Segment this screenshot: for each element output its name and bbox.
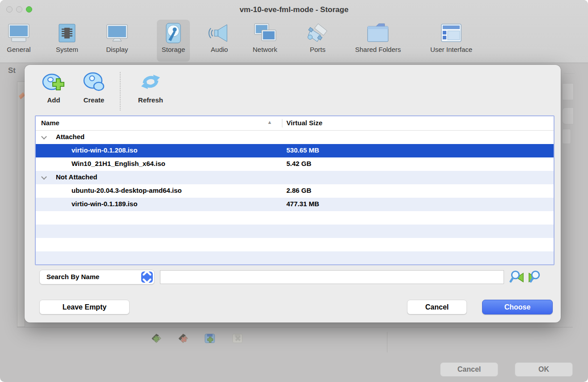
medium-virtual-size: 477.31 MB (286, 200, 319, 208)
sort-ascending-icon: ▲ (267, 119, 272, 125)
empty-row (36, 238, 554, 251)
toolbar-item-label: Network (252, 46, 277, 53)
toolbar-item-label: System (56, 46, 78, 53)
settings-cancel-button[interactable]: Cancel (440, 362, 498, 377)
divider (564, 73, 575, 74)
background-field-fragment (562, 107, 574, 124)
create-button[interactable]: Create (75, 71, 113, 110)
storage-icon (161, 22, 185, 44)
display-icon (105, 22, 129, 44)
column-header-virtual-size[interactable]: Virtual Size (286, 119, 323, 127)
settings-window: vm-10-eve-fml-mode - Storage GeneralSyst… (0, 0, 588, 382)
medium-virtual-size: 5.42 GB (286, 160, 311, 167)
media-row-ubuntu-20-04-3-desktop-amd64-iso[interactable]: ubuntu-20.04.3-desktop-amd64.iso2.86 GB (36, 184, 554, 198)
group-row-not-attached[interactable]: Not Attached (36, 171, 554, 184)
toolbar-item-network[interactable]: Network (248, 20, 281, 62)
toolbar-item-display[interactable]: Display (101, 20, 134, 62)
action-label: Create (84, 96, 105, 104)
settings-ok-button[interactable]: OK (515, 362, 573, 377)
group-label: Not Attached (56, 173, 97, 181)
media-row-virtio-win-0-1-189-iso[interactable]: virtio-win-0.1.189.iso477.31 MB (36, 198, 554, 211)
toolbar-item-label: Shared Folders (355, 46, 401, 53)
chevron-down-icon[interactable] (42, 175, 46, 179)
user-interface-icon (439, 22, 463, 44)
empty-row (36, 251, 554, 265)
group-row-attached[interactable]: Attached (36, 131, 554, 144)
toolbar-item-shared-folders[interactable]: Shared Folders (351, 20, 406, 62)
divider (387, 332, 387, 352)
toolbar-item-user-interface[interactable]: User Interface (426, 20, 477, 62)
media-table: Name ▲ Virtual Size Attachedvirtio-win-0… (35, 115, 554, 265)
search-next-button[interactable] (528, 270, 543, 284)
search-filter-label: Search By Name (46, 273, 99, 280)
storage-page-heading-fragment: St (8, 66, 16, 75)
add-attachment-icon (203, 332, 217, 345)
medium-name: virtio-win-0.1.208.iso (71, 146, 138, 154)
column-divider (282, 119, 282, 127)
media-row-virtio-win-0-1-208-iso[interactable]: virtio-win-0.1.208.iso530.65 MB (36, 144, 554, 157)
storage-tree-edge (17, 81, 25, 327)
toolbar-item-label: Storage (162, 46, 185, 53)
medium-name: ubuntu-20.04.3-desktop-amd64.iso (71, 187, 182, 194)
divider (17, 327, 573, 327)
remove-attachment-icon (231, 332, 244, 345)
ports-icon (306, 22, 330, 44)
system-icon (55, 22, 79, 44)
toolbar-separator (120, 72, 121, 110)
refresh-button[interactable]: Refresh (132, 71, 169, 110)
background-field-fragment (562, 83, 574, 100)
toolbar-item-label: User Interface (430, 46, 472, 53)
empty-row (36, 225, 554, 238)
disc-create-icon (82, 71, 106, 93)
remove-controller-icon (176, 332, 190, 345)
action-label: Add (47, 96, 60, 104)
toolbar-item-label: General (7, 46, 30, 53)
disc-add-icon (42, 71, 66, 93)
add-controller-icon (150, 332, 163, 345)
chevron-up-down-icon (141, 272, 153, 283)
chevron-down-icon[interactable] (42, 135, 46, 139)
medium-virtual-size: 2.86 GB (286, 187, 311, 194)
window-chrome: vm-10-eve-fml-mode - Storage GeneralSyst… (0, 0, 588, 63)
network-icon (253, 22, 277, 44)
medium-name: virtio-win-0.1.189.iso (71, 200, 138, 208)
toolbar-item-system[interactable]: System (50, 20, 84, 62)
optical-disk-selector-dialog: AddCreateRefresh Name ▲ Virtual Size Att… (25, 65, 561, 323)
action-label: Refresh (138, 96, 163, 104)
toolbar-item-label: Ports (310, 46, 325, 53)
toolbar-item-label: Audio (211, 46, 228, 53)
window-title: vm-10-eve-fml-mode - Storage (0, 5, 588, 14)
empty-row (36, 211, 554, 225)
column-header-name[interactable]: Name (41, 119, 59, 127)
shared-folders-icon (366, 22, 390, 44)
leave-empty-button[interactable]: Leave Empty (39, 300, 130, 314)
media-table-header[interactable]: Name ▲ Virtual Size (36, 116, 554, 131)
search-previous-button[interactable] (509, 270, 524, 284)
search-filter-dropdown[interactable]: Search By Name (39, 270, 155, 284)
audio-icon (207, 22, 231, 44)
toolbar-item-ports[interactable]: Ports (301, 20, 334, 62)
group-label: Attached (56, 133, 84, 140)
add-button[interactable]: Add (35, 71, 72, 110)
medium-name: Win10_21H1_English_x64.iso (71, 160, 165, 167)
toolbar-item-general[interactable]: General (2, 20, 35, 62)
toolbar-item-audio[interactable]: Audio (203, 20, 236, 62)
choose-button[interactable]: Choose (482, 300, 553, 314)
refresh-icon (139, 71, 163, 93)
dialog-cancel-button[interactable]: Cancel (407, 300, 467, 314)
background-stepper-fragment (562, 129, 571, 144)
medium-virtual-size: 530.65 MB (286, 146, 319, 154)
search-input[interactable] (160, 270, 504, 284)
media-table-body: Attachedvirtio-win-0.1.208.iso530.65 MBW… (36, 131, 554, 265)
media-row-win10-21h1-english-x64-iso[interactable]: Win10_21H1_English_x64.iso5.42 GB (36, 157, 554, 171)
toolbar-item-label: Display (106, 46, 128, 53)
general-icon (7, 22, 31, 44)
toolbar-item-storage[interactable]: Storage (157, 20, 190, 62)
